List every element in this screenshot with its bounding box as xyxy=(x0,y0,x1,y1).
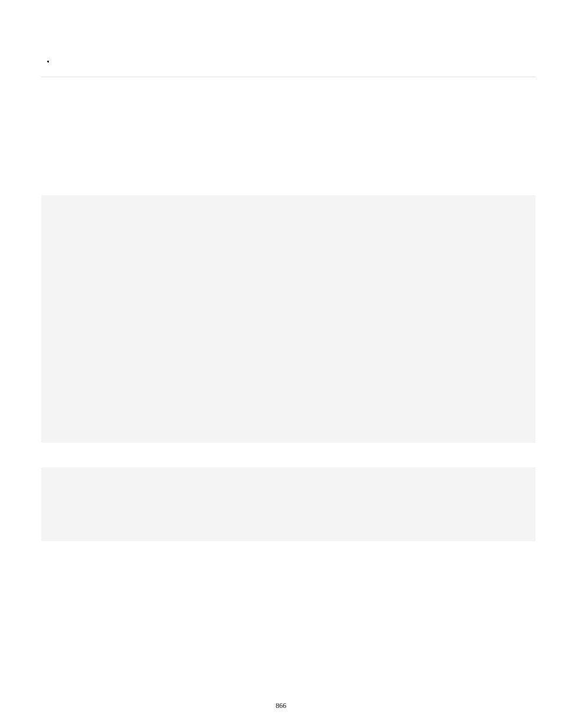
section-divider xyxy=(41,77,535,77)
document-content xyxy=(0,0,562,541)
placeholder-block xyxy=(41,195,535,443)
page-number: 866 xyxy=(0,701,562,710)
placeholder-block xyxy=(41,467,535,541)
